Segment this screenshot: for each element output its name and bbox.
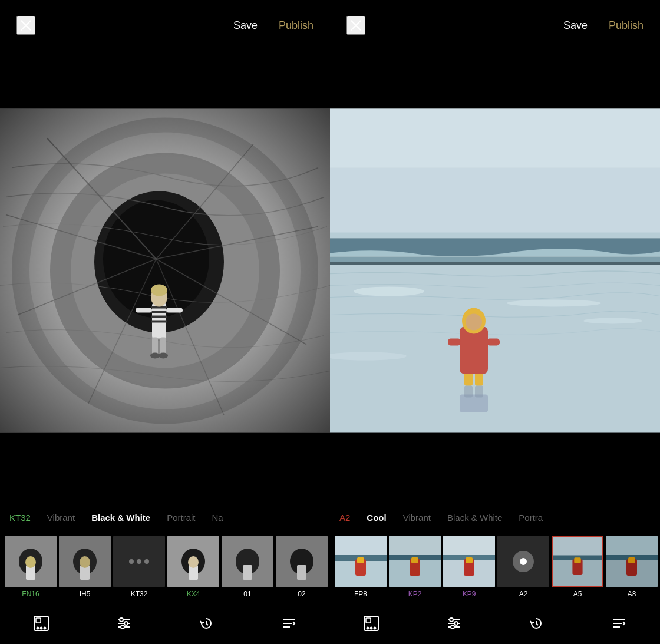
left-export-icon — [280, 615, 297, 632]
right-filter-icon — [363, 615, 380, 632]
left-adjust-icon — [116, 615, 132, 632]
right-bottom-toolbar — [330, 602, 660, 644]
thumb-fp8-img — [335, 536, 387, 587]
thumb-ih5[interactable]: IH5 — [59, 536, 111, 598]
left-photo-area — [0, 51, 330, 491]
thumb-kx4[interactable]: KX4 — [167, 536, 219, 598]
svg-point-107 — [367, 627, 369, 629]
right-adjust-tool[interactable] — [441, 610, 467, 636]
left-panel: Save Publish — [0, 0, 330, 644]
left-publish-button[interactable]: Publish — [279, 19, 314, 32]
svg-line-117 — [536, 623, 538, 625]
svg-rect-40 — [36, 618, 41, 623]
svg-rect-35 — [243, 565, 252, 580]
left-top-bar: Save Publish — [0, 0, 330, 51]
right-filter-label-cool[interactable]: Cool — [367, 513, 386, 523]
svg-rect-83 — [389, 536, 441, 556]
thumb-02-label: 02 — [298, 590, 305, 598]
thumb-a8-label: A8 — [628, 590, 636, 598]
filter-label-kt32[interactable]: KT32 — [9, 513, 31, 523]
svg-point-32 — [188, 556, 199, 568]
dot-1 — [129, 559, 134, 564]
thumb-fp8[interactable]: FP8 — [335, 536, 387, 598]
svg-rect-78 — [335, 536, 387, 556]
thumb-ih5-img — [59, 536, 111, 587]
svg-rect-96 — [553, 537, 602, 556]
thumb-kp2-label: KP2 — [408, 590, 422, 598]
thumb-kt32-img — [113, 536, 165, 587]
thumb-kt32-label: KT32 — [131, 590, 148, 598]
svg-rect-106 — [366, 618, 371, 623]
thumb-a2-label: A2 — [519, 590, 528, 598]
svg-point-94 — [520, 558, 527, 565]
thumb-kp9-label: KP9 — [463, 590, 476, 598]
right-publish-button[interactable]: Publish — [609, 19, 644, 32]
svg-point-108 — [371, 627, 372, 629]
right-photo-image — [330, 51, 660, 491]
filter-label-vibrant[interactable]: Vibrant — [47, 513, 75, 523]
svg-point-43 — [44, 627, 46, 629]
thumb-fn16[interactable]: FN16 — [5, 536, 57, 598]
right-top-right: Save Publish — [563, 19, 644, 32]
svg-point-47 — [124, 622, 128, 625]
right-filter-tool[interactable] — [358, 610, 384, 636]
svg-point-42 — [41, 627, 42, 629]
left-adjust-tool[interactable] — [111, 610, 137, 636]
thumb-a2[interactable]: A2 — [497, 536, 549, 598]
thumb-a5[interactable]: A5 — [552, 536, 603, 598]
left-filter-labels: KT32 Vibrant Black & White Portrait Na — [0, 503, 330, 532]
svg-rect-101 — [606, 536, 658, 556]
filter-label-na[interactable]: Na — [212, 513, 223, 523]
svg-point-113 — [454, 622, 458, 625]
right-save-button[interactable]: Save — [563, 19, 588, 32]
thumb-fn16-img — [5, 536, 57, 587]
thumb-02-img — [276, 536, 328, 587]
left-filter-tool[interactable] — [28, 610, 54, 636]
left-save-button[interactable]: Save — [233, 19, 258, 32]
svg-rect-76 — [330, 109, 660, 433]
thumb-a8-img — [606, 536, 658, 587]
thumb-01[interactable]: 01 — [222, 536, 273, 598]
right-panel: Save Publish — [330, 0, 660, 644]
left-export-tool[interactable] — [276, 610, 302, 636]
right-filter-label-portra[interactable]: Portra — [519, 513, 543, 523]
thumb-kp2-img — [389, 536, 441, 587]
thumb-kp2[interactable]: KP2 — [389, 536, 441, 598]
thumb-02[interactable]: 02 — [276, 536, 328, 598]
dot-2 — [137, 559, 141, 564]
svg-point-41 — [37, 627, 39, 629]
thumb-kp9-img — [443, 536, 495, 587]
thumb-kx4-img — [167, 536, 219, 587]
right-adjust-icon — [446, 615, 462, 632]
right-export-icon — [610, 615, 627, 632]
right-filter-label-vibrant[interactable]: Vibrant — [403, 513, 431, 523]
right-top-bar: Save Publish — [330, 0, 660, 51]
thumb-kp9[interactable]: KP9 — [443, 536, 495, 598]
right-filter-label-a2[interactable]: A2 — [339, 513, 350, 523]
filter-label-portrait[interactable]: Portrait — [167, 513, 195, 523]
thumb-a5-label: A5 — [573, 590, 582, 598]
right-filter-label-bw[interactable]: Black & White — [447, 513, 502, 523]
filter-label-bw[interactable]: Black & White — [91, 513, 150, 523]
thumb-fp8-label: FP8 — [354, 590, 367, 598]
left-history-tool[interactable] — [193, 610, 219, 636]
thumb-01-label: 01 — [243, 590, 251, 598]
svg-point-49 — [121, 625, 124, 629]
left-close-button[interactable] — [16, 16, 35, 35]
thumb-kx4-label: KX4 — [187, 590, 200, 598]
thumb-a8[interactable]: A8 — [606, 536, 658, 598]
svg-point-28 — [80, 556, 90, 568]
right-export-tool[interactable] — [606, 610, 632, 636]
dots-content — [129, 559, 149, 564]
right-close-button[interactable] — [346, 16, 365, 35]
left-photo-image — [0, 51, 330, 491]
thumb-ih5-label: IH5 — [80, 590, 91, 598]
left-filter-icon — [33, 615, 50, 632]
left-gap — [0, 491, 330, 503]
svg-rect-99 — [574, 557, 580, 563]
right-history-tool[interactable] — [523, 610, 549, 636]
right-filter-labels: A2 Cool Vibrant Black & White Portra — [330, 503, 660, 532]
dot-3 — [144, 559, 149, 564]
thumb-kt32[interactable]: KT32 — [113, 536, 165, 598]
svg-rect-104 — [628, 557, 635, 563]
